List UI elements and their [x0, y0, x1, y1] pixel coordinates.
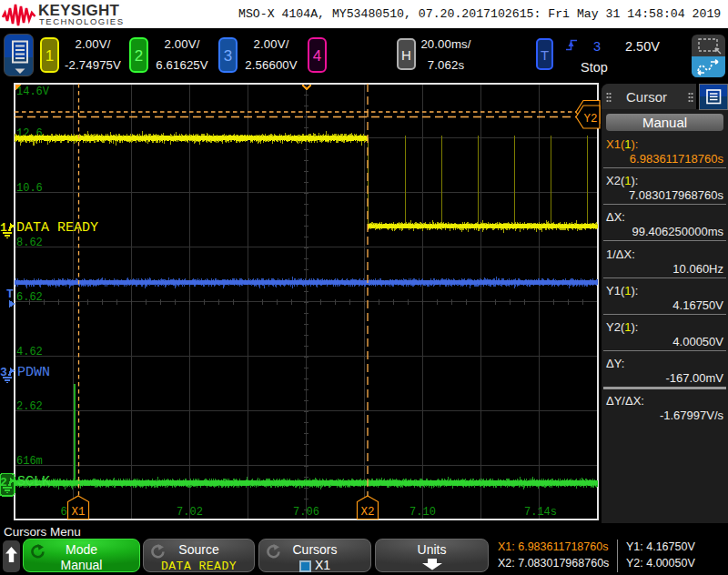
- svg-text:616m: 616m: [16, 455, 43, 468]
- svg-text:PDWN: PDWN: [17, 365, 50, 380]
- svg-text:7.02: 7.02: [177, 506, 203, 519]
- svg-text:2.62: 2.62: [16, 400, 43, 413]
- svg-text:Y2: Y2: [583, 113, 597, 126]
- svg-text:7.06: 7.06: [293, 506, 319, 519]
- svg-text:X2: X2: [360, 506, 374, 519]
- svg-text:6.62: 6.62: [16, 291, 43, 304]
- svg-text:14.6V: 14.6V: [16, 86, 50, 98]
- svg-text:T: T: [6, 288, 14, 301]
- svg-text:7.14s: 7.14s: [524, 506, 557, 519]
- svg-text:10.6: 10.6: [16, 182, 43, 195]
- svg-text:7.10: 7.10: [410, 506, 436, 519]
- svg-text:X1: X1: [71, 506, 85, 519]
- svg-text:SCLK: SCLK: [17, 474, 50, 489]
- svg-text:4.62: 4.62: [16, 346, 43, 358]
- svg-text:DATA READY: DATA READY: [16, 220, 98, 236]
- svg-text:8.62: 8.62: [16, 237, 43, 249]
